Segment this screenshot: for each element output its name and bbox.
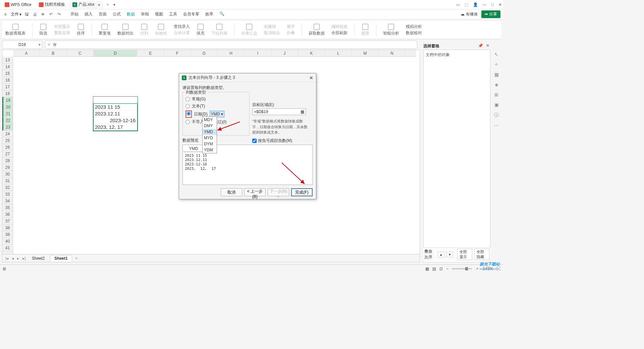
- finish-button[interactable]: 完成(F): [291, 188, 313, 196]
- hideall-button[interactable]: 全部隐藏: [474, 249, 489, 260]
- tab-data[interactable]: 数据: [127, 11, 135, 17]
- close-pane-icon[interactable]: ✕: [485, 43, 490, 49]
- close-icon[interactable]: ✕: [498, 2, 502, 7]
- tab-menu[interactable]: ▾: [111, 2, 118, 7]
- cancel-fx-icon[interactable]: ✕: [47, 42, 51, 47]
- tab-wps[interactable]: WPS Office: [1, 1, 35, 9]
- tool7-icon[interactable]: ⓘ: [494, 112, 499, 118]
- print-icon[interactable]: 🖨: [32, 12, 38, 17]
- ungroup-button[interactable]: 取消组合: [264, 30, 280, 36]
- tab-efficiency[interactable]: 效率: [205, 11, 213, 17]
- view-break-icon[interactable]: ⊡: [439, 266, 443, 271]
- tool3-icon[interactable]: ▦: [494, 72, 499, 77]
- radio-date[interactable]: [186, 111, 191, 116]
- verify-button[interactable]: 数据校对: [406, 30, 422, 36]
- sheettab-1[interactable]: Sheet1: [50, 255, 72, 261]
- tool6-icon[interactable]: ▣: [494, 102, 499, 107]
- save-icon[interactable]: 🖫: [24, 12, 30, 17]
- tab-page[interactable]: 页面: [99, 11, 107, 17]
- tab-insert[interactable]: 插入: [85, 11, 93, 17]
- date-format-dropdown[interactable]: MDYDMYYMDMYDDYMYDM: [202, 116, 217, 153]
- range-picker-icon[interactable]: ▦: [301, 109, 304, 114]
- stock-button[interactable]: 股票: [361, 24, 369, 36]
- search-icon[interactable]: 🔍: [219, 11, 224, 17]
- fx-icon[interactable]: fx: [53, 42, 56, 47]
- group-button[interactable]: 创建组: [264, 24, 280, 30]
- simulate-button[interactable]: 模拟分析: [406, 24, 422, 30]
- minimize-icon[interactable]: —: [483, 2, 487, 7]
- redo-icon[interactable]: ↷: [56, 12, 62, 17]
- dialog-titlebar[interactable]: S 文本分列向导 - 3 步骤之 3 ✕: [179, 73, 316, 82]
- preview-icon[interactable]: 👁: [40, 12, 46, 17]
- tab-file[interactable]: S产品.xlsx●: [69, 1, 104, 9]
- consol-button[interactable]: 合并计算: [174, 30, 190, 36]
- sheet-last[interactable]: ▸|: [21, 256, 26, 261]
- back-button[interactable]: < 上一步(B): [244, 188, 266, 196]
- dd-option-mdy[interactable]: MDY: [203, 117, 217, 123]
- view-normal-icon[interactable]: ▦: [425, 266, 429, 271]
- cell-d23[interactable]: 2023, 12, 17: [94, 124, 137, 131]
- pin-icon[interactable]: 📌: [478, 43, 483, 49]
- dd-option-dmy[interactable]: DMY: [203, 123, 217, 129]
- zoom-slider[interactable]: [452, 268, 472, 269]
- tab-formula[interactable]: 公式: [113, 11, 121, 17]
- neg-checkbox[interactable]: 按负号跟踪负数(M): [252, 138, 309, 144]
- dup-button[interactable]: 重复项: [99, 24, 111, 36]
- zoom-out[interactable]: −: [446, 266, 448, 271]
- tool4-icon[interactable]: ◈: [495, 82, 498, 87]
- panel-icon[interactable]: ▭: [456, 2, 460, 7]
- pivot-button[interactable]: 数据透视表: [5, 24, 25, 36]
- tool5-icon[interactable]: ⊞: [494, 92, 498, 97]
- maximize-icon[interactable]: □: [491, 2, 494, 7]
- file-menu[interactable]: 文件 ▾: [11, 11, 21, 17]
- fill-button[interactable]: 填充: [197, 24, 205, 36]
- cancel-button[interactable]: 取消: [221, 188, 242, 196]
- menu-icon[interactable]: ≡: [3, 12, 8, 17]
- more-icon[interactable]: ⋯: [494, 123, 499, 128]
- dd-option-myd[interactable]: MYD: [203, 135, 217, 141]
- dialog-close-icon[interactable]: ✕: [309, 75, 313, 81]
- status-icon[interactable]: ⊞: [3, 266, 6, 271]
- tab-review[interactable]: 审阅: [141, 11, 149, 17]
- chevron-down-icon[interactable]: ▾: [39, 42, 41, 47]
- valid-button[interactable]: 有效性: [155, 24, 167, 36]
- lookup-button[interactable]: 查找录入: [174, 24, 190, 30]
- sheet-first[interactable]: |◂: [4, 256, 9, 261]
- tab-tools[interactable]: 工具: [169, 11, 177, 17]
- tab-view[interactable]: 视图: [155, 11, 163, 17]
- showall-button[interactable]: 全部显示: [54, 24, 70, 30]
- preview-column-head[interactable]: YMD: [183, 146, 204, 152]
- select-tool-icon[interactable]: ↖: [494, 52, 498, 57]
- share-button[interactable]: ➦ 分享: [481, 10, 500, 18]
- layer-up[interactable]: ▴: [438, 252, 444, 257]
- compare-button[interactable]: 数据对比: [117, 24, 133, 36]
- sheettab-2[interactable]: Sheet2: [28, 255, 49, 261]
- tab-template[interactable]: 找稻壳模板: [36, 1, 68, 9]
- showall-button[interactable]: 全部显示: [457, 249, 472, 260]
- dd-option-ydm[interactable]: YDM: [203, 147, 217, 153]
- dd-option-ymd[interactable]: YMD: [203, 129, 217, 135]
- subtotal-button[interactable]: 分类汇总: [241, 24, 257, 36]
- split-button[interactable]: 分列: [140, 24, 148, 36]
- cell-d20[interactable]: 2023 11 15: [94, 104, 137, 110]
- radio-general[interactable]: 常规(G): [185, 96, 247, 102]
- cloud-pending[interactable]: ☁ 有修改: [461, 11, 478, 17]
- dropdown-button[interactable]: 下拉列表: [211, 24, 227, 36]
- cell-d22[interactable]: 2023-12-16: [94, 117, 137, 124]
- name-box[interactable]: D19▾: [2, 41, 42, 49]
- tool2-icon[interactable]: ✧: [494, 62, 498, 67]
- editlink-button[interactable]: 编辑链接: [331, 24, 347, 30]
- getdata-button[interactable]: 获取数据: [309, 24, 325, 36]
- formula-input[interactable]: ✕ fx: [45, 41, 417, 49]
- dd-option-dym[interactable]: DYM: [203, 141, 217, 147]
- column-headers[interactable]: ABCDEFGHIJKLMN: [13, 50, 416, 57]
- smart-button[interactable]: 智能分析: [383, 24, 399, 36]
- row-headers[interactable]: 1314151617181920212223242526272829303132…: [2, 57, 13, 255]
- add-tab[interactable]: ＋: [104, 2, 111, 7]
- filter-button[interactable]: 筛选: [39, 24, 47, 36]
- refresh-button[interactable]: 全部刷新: [331, 30, 347, 36]
- expand-button[interactable]: 展开: [287, 24, 295, 30]
- layer-down[interactable]: ▾: [446, 252, 453, 257]
- view-page-icon[interactable]: ▤: [432, 266, 436, 271]
- zoom-in[interactable]: ＋: [475, 266, 479, 271]
